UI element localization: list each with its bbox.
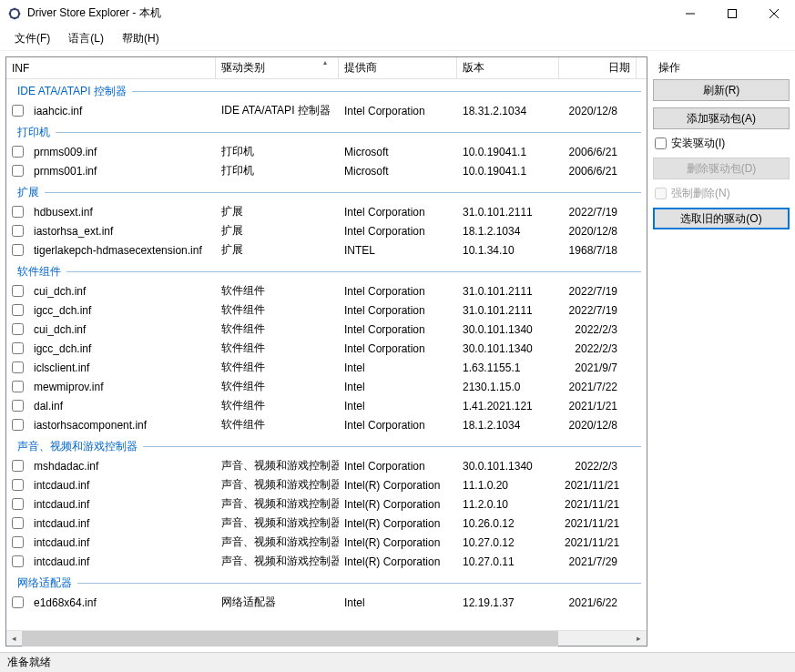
scroll-left-icon[interactable]: ◂ [6,631,22,647]
table-row[interactable]: iastorhsacomponent.inf软件组件Intel Corporat… [6,415,647,434]
table-row[interactable]: iastorhsa_ext.inf扩展Intel Corporation18.1… [6,221,647,240]
cell-inf: intcdaud.inf [28,479,216,492]
cell-date: 1968/7/18 [559,244,623,257]
scroll-right-icon[interactable]: ▸ [631,631,647,647]
cell-provider: Intel Corporation [339,304,457,317]
cell-version: 10.1.34.10 [457,244,559,257]
table-row[interactable]: cui_dch.inf软件组件Intel Corporation31.0.101… [6,281,647,300]
table-row[interactable]: iclsclient.inf软件组件Intel1.63.1155.12021/9… [6,358,647,377]
cell-provider: Intel(R) Corporation [339,498,457,511]
refresh-button[interactable]: 刷新(R) [653,79,790,101]
column-header-inf[interactable]: INF [6,57,216,78]
column-header-version[interactable]: 版本 [457,57,559,78]
row-checkbox[interactable] [12,165,24,177]
install-driver-checkbox[interactable] [655,137,667,149]
cell-inf: hdbusext.inf [28,206,216,219]
cell-provider: Intel [339,381,457,393]
cell-version: 18.31.2.1034 [457,105,559,117]
row-checkbox[interactable] [12,146,24,158]
maximize-button[interactable] [711,0,753,27]
row-checkbox[interactable] [12,105,24,117]
row-checkbox[interactable] [12,460,24,472]
row-checkbox[interactable] [12,244,24,256]
group-name: 声音、视频和游戏控制器 [17,439,138,454]
driver-list[interactable]: IDE ATA/ATAPI 控制器iaahcic.infIDE ATA/ATAP… [6,79,647,630]
cell-provider: Microsoft [339,146,457,158]
cell-version: 1.63.1155.1 [457,361,559,374]
group-header[interactable]: 扩展 [6,180,647,202]
table-row[interactable]: intcdaud.inf声音、视频和游戏控制器Intel(R) Corporat… [6,514,647,533]
row-checkbox[interactable] [12,381,24,392]
row-checkbox[interactable] [12,323,24,335]
group-header[interactable]: IDE ATA/ATAPI 控制器 [6,79,647,101]
table-row[interactable]: intcdaud.inf声音、视频和游戏控制器Intel(R) Corporat… [6,533,647,552]
row-checkbox[interactable] [12,225,24,237]
table-row[interactable]: igcc_dch.inf软件组件Intel Corporation31.0.10… [6,300,647,320]
column-header-date[interactable]: 日期 [559,57,637,78]
table-row[interactable]: intcdaud.inf声音、视频和游戏控制器Intel(R) Corporat… [6,552,647,571]
table-row[interactable]: hdbusext.inf扩展Intel Corporation31.0.101.… [6,202,647,221]
cell-provider: INTEL [339,244,457,257]
minimize-button[interactable] [669,0,711,27]
cell-date: 2022/2/3 [559,460,623,473]
close-button[interactable] [753,0,795,27]
group-header[interactable]: 网络适配器 [6,571,647,593]
cell-date: 2021/6/22 [559,596,623,609]
cell-inf: iaahcic.inf [28,105,216,117]
table-row[interactable]: igcc_dch.inf软件组件Intel Corporation30.0.10… [6,339,647,358]
install-driver-checkbox-row[interactable]: 安装驱动(I) [653,136,790,151]
table-row[interactable]: intcdaud.inf声音、视频和游戏控制器Intel(R) Corporat… [6,475,647,494]
cell-provider: Intel(R) Corporation [339,479,457,492]
row-checkbox[interactable] [12,206,24,218]
cell-category: 软件组件 [216,283,339,299]
table-row[interactable]: prnms009.inf打印机Microsoft10.0.19041.12006… [6,142,647,161]
cell-date: 2021/11/21 [559,498,623,511]
table-row[interactable]: prnms001.inf打印机Microsoft10.0.19041.12006… [6,161,647,180]
cell-provider: Intel(R) Corporation [339,536,457,549]
column-header-provider[interactable]: 提供商 [339,57,457,78]
cell-inf: tigerlakepch-hdmasecextension.inf [28,244,216,257]
group-header[interactable]: 打印机 [6,120,647,142]
group-header[interactable]: 声音、视频和游戏控制器 [6,434,647,456]
cell-provider: Intel Corporation [339,206,457,219]
cell-version: 18.1.2.1034 [457,225,559,238]
menu-language[interactable]: 语言(L) [59,28,113,49]
select-old-drivers-button[interactable]: 选取旧的驱动(O) [653,208,790,229]
row-checkbox[interactable] [12,517,24,529]
cell-date: 2021/11/21 [559,536,623,549]
row-checkbox[interactable] [12,304,24,316]
row-checkbox[interactable] [12,555,24,567]
add-driver-button[interactable]: 添加驱动包(A) [653,107,790,129]
cell-category: 打印机 [216,163,339,178]
row-checkbox[interactable] [12,536,24,548]
table-row[interactable]: mewmiprov.inf软件组件Intel2130.1.15.02021/7/… [6,377,647,396]
row-checkbox[interactable] [12,361,24,373]
column-header-category[interactable]: 驱动类别 [216,57,339,78]
table-row[interactable]: tigerlakepch-hdmasecextension.inf扩展INTEL… [6,240,647,260]
force-delete-checkbox [655,188,667,199]
cell-category: 扩展 [216,204,339,219]
table-row[interactable]: mshdadac.inf声音、视频和游戏控制器Intel Corporation… [6,456,647,475]
cell-date: 2020/12/8 [559,105,623,117]
cell-category: 打印机 [216,144,339,159]
row-checkbox[interactable] [12,596,24,608]
row-checkbox[interactable] [12,479,24,491]
table-row[interactable]: iaahcic.infIDE ATA/ATAPI 控制器Intel Corpor… [6,101,647,120]
table-row[interactable]: intcdaud.inf声音、视频和游戏控制器Intel(R) Corporat… [6,494,647,514]
row-checkbox[interactable] [12,419,24,431]
cell-provider: Intel(R) Corporation [339,517,457,530]
table-row[interactable]: e1d68x64.inf网络适配器Intel12.19.1.372021/6/2… [6,593,647,612]
row-checkbox[interactable] [12,342,24,354]
menu-file[interactable]: 文件(F) [5,28,59,49]
horizontal-scrollbar[interactable]: ◂ ▸ [6,630,647,646]
row-checkbox[interactable] [12,400,24,412]
table-row[interactable]: cui_dch.inf软件组件Intel Corporation30.0.101… [6,320,647,339]
row-checkbox[interactable] [12,285,24,297]
row-checkbox[interactable] [12,498,24,510]
menu-help[interactable]: 帮助(H) [113,28,168,49]
cell-inf: iastorhsa_ext.inf [28,225,216,238]
cell-version: 31.0.101.2111 [457,206,559,219]
group-header[interactable]: 软件组件 [6,260,647,281]
scrollbar-thumb[interactable] [22,631,558,647]
table-row[interactable]: dal.inf软件组件Intel1.41.2021.1212021/1/21 [6,396,647,415]
